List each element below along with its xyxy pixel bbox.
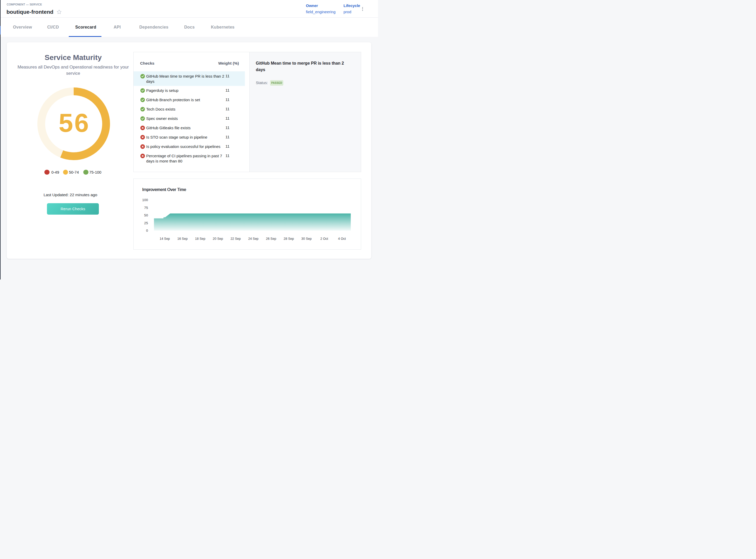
svg-text:4 Oct: 4 Oct — [338, 237, 346, 241]
svg-text:28 Sep: 28 Sep — [283, 237, 294, 241]
svg-text:20 Sep: 20 Sep — [213, 237, 223, 241]
svg-text:0: 0 — [146, 229, 148, 232]
svg-text:24 Sep: 24 Sep — [248, 237, 259, 241]
svg-text:2 Oct: 2 Oct — [320, 237, 328, 241]
svg-text:22 Sep: 22 Sep — [230, 237, 241, 241]
svg-text:75: 75 — [144, 206, 148, 210]
svg-text:30 Sep: 30 Sep — [301, 237, 312, 241]
svg-text:14 Sep: 14 Sep — [160, 237, 170, 241]
svg-text:18 Sep: 18 Sep — [195, 237, 205, 241]
svg-text:25: 25 — [144, 221, 148, 225]
svg-text:26 Sep: 26 Sep — [266, 237, 276, 241]
svg-text:100: 100 — [142, 198, 148, 202]
svg-text:16 Sep: 16 Sep — [177, 237, 188, 241]
svg-text:50: 50 — [144, 213, 148, 217]
